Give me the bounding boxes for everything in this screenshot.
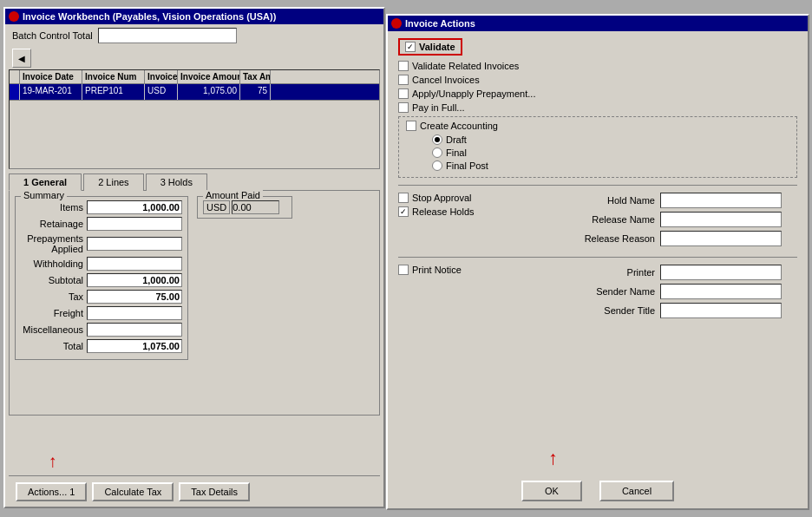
td-tax: 75	[240, 84, 271, 100]
stop-approval-label: Stop Approval	[412, 193, 472, 203]
summary-prepayments-row: Prepayments Applied	[21, 233, 182, 254]
release-name-label: Release Name	[568, 214, 655, 225]
subtotal-input[interactable]	[87, 273, 182, 287]
col-header-site	[10, 70, 20, 83]
total-input[interactable]	[87, 339, 182, 353]
validate-related-checkbox[interactable]	[398, 61, 409, 71]
release-reason-label: Release Reason	[568, 233, 655, 244]
retainage-input[interactable]	[87, 217, 182, 231]
summary-tax-row: Tax	[21, 290, 182, 304]
print-section-container: Print Notice Printer Sender Name Sender …	[398, 265, 797, 322]
ap-input[interactable]	[232, 200, 279, 214]
tax-details-button[interactable]: Tax Details	[179, 482, 250, 501]
col-header-tax: Tax Amo	[240, 70, 271, 83]
hold-name-label: Hold Name	[568, 195, 655, 206]
hold-right-fields: Hold Name Release Name Release Reason	[568, 193, 782, 250]
print-left: Print Notice	[398, 265, 554, 322]
stop-approval-checkbox[interactable]	[398, 193, 409, 203]
hold-name-input[interactable]	[660, 193, 782, 208]
dialog-titlebar: Invoice Actions	[388, 16, 808, 31]
pay-full-row: Pay in Full...	[398, 102, 797, 113]
apply-unapply-row: Apply/Unapply Prepayment...	[398, 88, 797, 99]
actions-button[interactable]: Actions... 1	[16, 482, 87, 501]
summary-total-row: Total	[21, 339, 182, 353]
td-num: PREP101	[82, 84, 145, 100]
validate-highlighted-box: Validate	[398, 38, 462, 56]
radio-final-label: Final	[446, 147, 467, 158]
cancel-invoices-checkbox[interactable]	[398, 75, 409, 85]
sender-name-input[interactable]	[660, 284, 782, 299]
apply-unapply-checkbox[interactable]	[398, 88, 409, 99]
cancel-invoices-row: Cancel Invoices	[398, 75, 797, 85]
radio-draft-row: Draft	[432, 134, 789, 145]
release-holds-row: Release Holds	[398, 206, 554, 217]
sender-title-input[interactable]	[660, 303, 782, 318]
validate-label: Validate	[419, 42, 455, 52]
summary-withholding-row: Withholding	[21, 257, 182, 271]
table-row[interactable]: 19-MAR-201 PREP101 USD 1,075.00 75	[10, 84, 379, 100]
batch-control-input[interactable]	[98, 28, 237, 43]
release-reason-input[interactable]	[660, 231, 782, 246]
printer-right-fields: Printer Sender Name Sender Title	[568, 265, 782, 322]
misc-input[interactable]	[87, 323, 182, 337]
td-site	[10, 84, 20, 100]
ok-arrow: ↓	[548, 449, 558, 472]
pay-full-label: Pay in Full...	[412, 102, 465, 113]
printer-input[interactable]	[660, 265, 782, 280]
tab-lines[interactable]: 2 Lines	[83, 173, 143, 191]
tab-general[interactable]: 1 General	[9, 173, 82, 191]
create-accounting-checkbox[interactable]	[406, 121, 416, 131]
print-notice-checkbox[interactable]	[398, 265, 409, 275]
withholding-input[interactable]	[87, 257, 182, 271]
content-panel: Summary Items Retainage Prepayments Appl…	[9, 190, 380, 416]
ok-button[interactable]: OK	[521, 481, 582, 501]
stop-approval-row: Stop Approval	[398, 193, 554, 203]
release-name-row: Release Name	[568, 212, 782, 227]
radio-finalpost-label: Final Post	[446, 160, 488, 171]
td-amount: 1,075.00	[178, 84, 240, 100]
pay-full-checkbox[interactable]	[398, 102, 409, 113]
release-name-input[interactable]	[660, 212, 782, 227]
main-title: Invoice Workbench (Payables, Vision Oper…	[23, 11, 276, 22]
amount-paid-label: Amount Paid	[203, 190, 263, 200]
validate-related-label: Validate Related Invoices	[412, 61, 519, 71]
summary-retainage-row: Retainage	[21, 217, 182, 231]
invoice-table: Invoice Date Invoice Num Invoice Invoice…	[9, 69, 380, 169]
summary-freight-row: Freight	[21, 306, 182, 320]
batch-control-label: Batch Control Total	[12, 30, 93, 41]
radio-finalpost[interactable]	[432, 160, 442, 171]
dialog-title: Invoice Actions	[405, 18, 475, 29]
summary-misc-row: Miscellaneous	[21, 323, 182, 337]
tax-input[interactable]	[87, 290, 182, 304]
freight-input[interactable]	[87, 306, 182, 320]
amount-paid-group: Amount Paid USD	[197, 196, 292, 219]
horizontal-scrollbar[interactable]	[10, 100, 379, 112]
radio-final[interactable]	[432, 147, 442, 158]
cancel-button[interactable]: Cancel	[599, 481, 674, 501]
table-header: Invoice Date Invoice Num Invoice Invoice…	[10, 70, 379, 84]
actions-arrow: ↓	[49, 454, 57, 474]
apply-unapply-label: Apply/Unapply Prepayment...	[412, 88, 535, 99]
tab-holds[interactable]: 3 Holds	[146, 173, 207, 191]
prepayments-input[interactable]	[87, 237, 182, 251]
sender-title-label: Sender Title	[568, 305, 655, 316]
validate-related-row: Validate Related Invoices	[398, 61, 797, 71]
calculate-tax-button[interactable]: Calculate Tax	[92, 482, 174, 501]
hold-left: Stop Approval Release Holds	[398, 193, 554, 250]
toolbar-nav-btn[interactable]: ◀	[12, 49, 31, 68]
validate-checkbox[interactable]	[405, 42, 416, 52]
radio-group: Draft Final Final Post	[432, 134, 789, 171]
sender-name-row: Sender Name	[568, 284, 782, 299]
release-reason-row: Release Reason	[568, 231, 782, 246]
radio-draft[interactable]	[432, 134, 442, 145]
dialog-button-bar: OK Cancel	[388, 481, 808, 501]
td-date: 19-MAR-201	[20, 84, 82, 100]
items-input[interactable]	[87, 200, 182, 214]
release-holds-checkbox[interactable]	[398, 206, 409, 217]
app-icon	[9, 11, 19, 22]
create-accounting-section: Create Accounting Draft Final Final Post	[398, 116, 797, 178]
cancel-invoices-label: Cancel Invoices	[412, 75, 480, 85]
divider	[398, 185, 797, 186]
printer-row: Printer	[568, 265, 782, 280]
main-titlebar: Invoice Workbench (Payables, Vision Oper…	[5, 9, 383, 24]
